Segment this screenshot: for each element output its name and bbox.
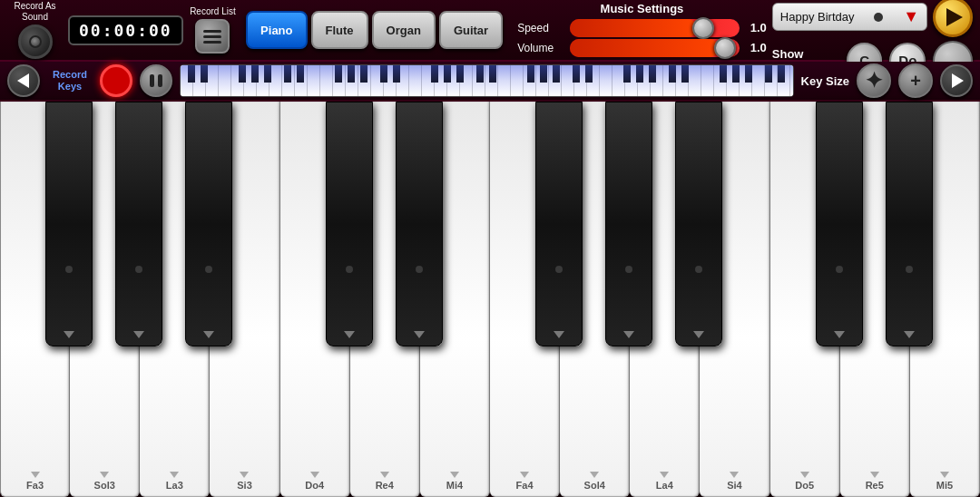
- speed-fill: [570, 19, 697, 37]
- white-key-marker: [660, 472, 669, 478]
- black-key-marker: [344, 331, 355, 338]
- black-key-after-do5[interactable]: [816, 102, 863, 346]
- white-key-marker: [31, 472, 40, 478]
- song-name: Happy Birtday: [780, 10, 855, 24]
- flute-button[interactable]: Flute: [311, 11, 368, 49]
- black-key-marker: [693, 331, 704, 338]
- white-key-label: La4: [656, 480, 673, 491]
- white-key-marker: [170, 472, 179, 478]
- piano-section: Fa3Sol3La3Si3Do4Re4Mi4Fa4Sol4La4Si4Do5Re…: [0, 102, 980, 497]
- white-key-label: Si3: [237, 480, 252, 491]
- black-key-after-la4[interactable]: [675, 102, 722, 346]
- nav-right-icon: [952, 73, 964, 88]
- white-key-label: Re5: [866, 480, 884, 491]
- volume-slider[interactable]: [570, 39, 740, 57]
- play-button[interactable]: [933, 0, 973, 37]
- white-key-marker: [590, 472, 599, 478]
- white-key-label: Sol3: [94, 480, 115, 491]
- white-key-label: Do5: [795, 480, 814, 491]
- black-key-after-fa4[interactable]: [535, 102, 583, 346]
- music-control-top-row: Happy Birtday ▼: [772, 0, 973, 37]
- speed-slider[interactable]: [570, 19, 740, 37]
- pause-icon: [150, 74, 162, 87]
- key-size-increase[interactable]: +: [898, 63, 933, 98]
- pause-button[interactable]: [140, 64, 172, 97]
- nav-left-button[interactable]: [7, 64, 40, 97]
- black-key-after-sol3[interactable]: [115, 102, 162, 346]
- speed-thumb[interactable]: [692, 17, 714, 39]
- white-key-label: Sol4: [584, 480, 605, 491]
- nav-left-icon: [17, 73, 29, 88]
- record-button[interactable]: [100, 64, 132, 97]
- black-key-after-fa3[interactable]: [45, 102, 93, 346]
- record-keys-label: Record Keys: [47, 69, 93, 93]
- volume-label: Volume: [517, 42, 564, 54]
- speed-value: 1.0: [745, 21, 767, 34]
- black-key-after-re5[interactable]: [886, 102, 933, 346]
- black-key-after-do4[interactable]: [326, 102, 373, 346]
- black-key-marker: [904, 331, 915, 338]
- record-as-sound[interactable]: Record As Sound: [7, 1, 63, 59]
- song-select[interactable]: Happy Birtday ▼: [772, 3, 927, 31]
- white-key-marker: [380, 472, 389, 478]
- speed-row: Speed 1.0: [517, 19, 767, 37]
- speed-label: Speed: [517, 22, 564, 34]
- song-dot: [874, 13, 883, 22]
- white-key-marker: [450, 472, 459, 478]
- volume-thumb[interactable]: [714, 37, 736, 59]
- white-key-label: Re4: [376, 480, 394, 491]
- nav-right-button[interactable]: [940, 64, 973, 97]
- record-list-label: Record List: [190, 6, 236, 17]
- black-key-after-sol4[interactable]: [605, 102, 652, 346]
- guitar-button[interactable]: Guitar: [439, 11, 503, 49]
- record-as-sound-knob[interactable]: [18, 24, 53, 59]
- volume-row: Volume 1.0: [517, 39, 767, 57]
- white-key-label: Fa3: [26, 480, 44, 491]
- white-key-label: La3: [166, 480, 183, 491]
- black-key-after-la3[interactable]: [185, 102, 232, 346]
- play-icon: [946, 8, 963, 26]
- record-list-button[interactable]: [195, 19, 230, 54]
- key-size-decrease[interactable]: ✦: [857, 63, 891, 98]
- key-size-label: Key Size: [801, 74, 849, 88]
- timer-display: 00:00:00: [68, 15, 183, 45]
- top-bar: Record As Sound 00:00:00 Record List Pia…: [0, 0, 980, 62]
- white-key-marker: [940, 472, 949, 478]
- instrument-group: Piano Flute Organ Guitar: [246, 11, 503, 49]
- white-key-label: Do4: [305, 480, 324, 491]
- knob-inner: [29, 35, 42, 48]
- piano-button[interactable]: Piano: [246, 11, 307, 49]
- white-key-label: Mi4: [446, 480, 463, 491]
- music-settings-title: Music Settings: [601, 2, 684, 15]
- white-key-label: Mi5: [936, 480, 953, 491]
- list-lines-icon: [203, 30, 221, 44]
- mini-piano-roll: [180, 64, 794, 97]
- black-key-marker: [414, 331, 425, 338]
- record-as-sound-label: Record As Sound: [7, 1, 63, 23]
- music-settings: Music Settings Speed 1.0 Volume 1.0: [517, 2, 767, 59]
- record-list[interactable]: Record List: [189, 6, 237, 54]
- white-key-label: Si4: [727, 480, 742, 491]
- white-key-marker: [100, 472, 109, 478]
- white-key-marker: [240, 472, 249, 478]
- volume-value: 1.0: [745, 41, 767, 54]
- black-key-marker: [554, 331, 564, 338]
- mini-keys: [181, 65, 793, 96]
- black-key-marker: [64, 331, 74, 338]
- volume-fill: [570, 39, 719, 57]
- black-key-marker: [133, 331, 144, 338]
- white-key-marker: [520, 472, 529, 478]
- black-key-after-re4[interactable]: [396, 102, 443, 346]
- white-key-marker: [730, 472, 739, 478]
- app-container: Record As Sound 00:00:00 Record List Pia…: [0, 0, 980, 497]
- white-key-label: Fa4: [516, 480, 534, 491]
- white-key-marker: [310, 472, 319, 478]
- white-key-marker: [870, 472, 879, 478]
- black-key-marker: [623, 331, 634, 338]
- middle-bar: Record Keys Key Size ✦ +: [0, 62, 980, 102]
- black-key-marker: [834, 331, 845, 338]
- dropdown-arrow-icon: ▼: [903, 7, 919, 26]
- white-key-marker: [800, 472, 809, 478]
- black-key-marker: [203, 331, 214, 338]
- organ-button[interactable]: Organ: [372, 11, 436, 49]
